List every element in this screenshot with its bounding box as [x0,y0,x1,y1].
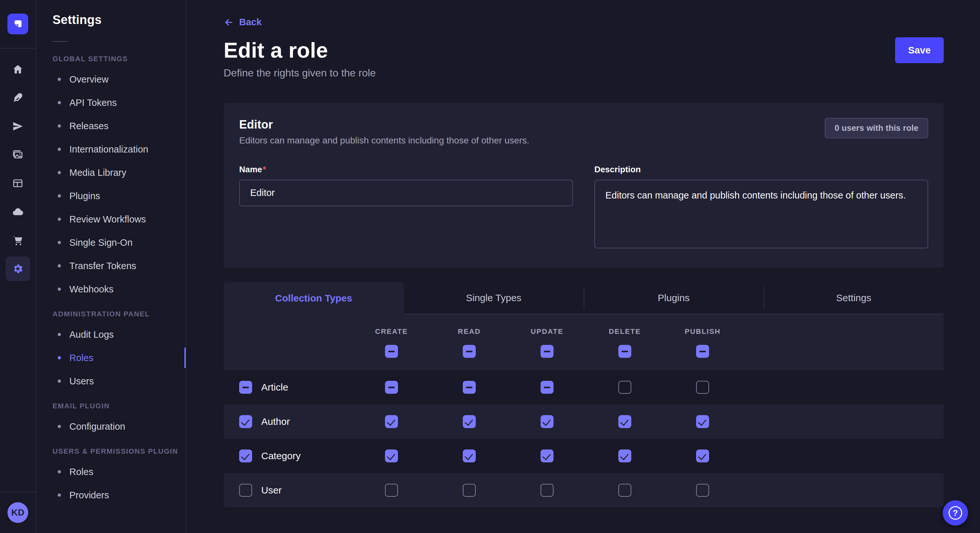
sidebar-item-webhooks[interactable]: Webhooks [52,278,186,301]
permissions-tabs: Collection Types Single Types Plugins Se… [224,282,944,314]
checkbox-user-publish[interactable] [696,484,709,497]
layout-panel-icon[interactable] [5,171,30,195]
master-checkbox-read[interactable] [463,345,476,358]
bullet-icon [58,241,61,244]
sidebar-item-overview[interactable]: Overview [52,68,186,91]
checkbox-article-create[interactable] [385,381,398,394]
checkbox-author-publish[interactable] [696,415,709,428]
cell-update [508,381,586,394]
section-users-permissions-plugin: USERS & PERMISSIONS PLUGIN Roles Provide… [52,447,186,507]
sidebar-item-label: Releases [69,121,108,132]
checkbox-category-delete[interactable] [618,449,631,462]
home-icon[interactable] [5,57,30,82]
column-read: READ [430,327,508,358]
table-row-category: Category [224,439,944,473]
media-images-icon[interactable] [5,143,30,167]
sidebar-item-single-sign-on[interactable]: Single Sign-On [52,231,186,254]
sidebar-item-label: Providers [69,490,109,501]
checkbox-category-publish[interactable] [696,449,709,462]
role-name-input[interactable] [239,180,573,206]
sidebar-item-releases[interactable]: Releases [52,114,186,138]
row-checkbox-article[interactable] [239,381,252,394]
permissions-section: Collection Types Single Types Plugins Se… [224,282,944,508]
master-checkbox-publish[interactable] [696,345,709,358]
sidebar-item-up-roles[interactable]: Roles [52,460,186,484]
sidebar-item-audit-logs[interactable]: Audit Logs [52,323,186,346]
checkbox-user-update[interactable] [541,484,554,497]
save-button[interactable]: Save [895,37,944,63]
name-field-label: Name* [239,165,573,174]
checkbox-article-delete[interactable] [618,381,631,394]
row-checkbox-author[interactable] [239,415,252,428]
column-label: PUBLISH [685,327,721,336]
cell-publish [664,449,741,462]
sidebar-item-roles-active[interactable]: Roles [52,346,186,370]
section-label: ADMINISTRATION PANEL [52,310,186,318]
checkbox-user-delete[interactable] [618,484,631,497]
checkbox-author-update[interactable] [541,415,554,428]
sidebar-item-label: Single Sign-On [69,237,132,248]
checkbox-article-read[interactable] [463,381,476,394]
tab-collection-types[interactable]: Collection Types [224,282,404,314]
master-checkbox-delete[interactable] [618,345,631,358]
sidebar-item-label: Roles [69,466,93,477]
sidebar-item-api-tokens[interactable]: API Tokens [52,91,186,114]
cell-read [430,449,508,462]
sidebar-item-internationalization[interactable]: Internationalization [52,138,186,161]
checkbox-article-update[interactable] [541,381,554,394]
permissions-table: CREATE READ UPDATE DELETE PUBLISH [224,314,944,508]
checkbox-category-read[interactable] [463,449,476,462]
sidebar-item-label: Internationalization [69,144,148,155]
sidebar-item-label: Media Library [69,167,126,178]
sidebar-item-plugins[interactable]: Plugins [52,184,186,208]
sidebar-item-providers[interactable]: Providers [52,484,186,507]
users-with-role-badge: 0 users with this role [825,118,928,138]
row-label: Category [261,451,301,462]
column-label: UPDATE [531,327,563,336]
help-button[interactable]: ? [943,500,968,525]
checkbox-user-create[interactable] [385,484,398,497]
master-checkbox-update[interactable] [541,345,554,358]
user-avatar[interactable]: KD [8,502,28,523]
checkbox-author-delete[interactable] [618,415,631,428]
back-link[interactable]: Back [224,17,261,27]
cloud-icon[interactable] [5,200,30,224]
checkbox-user-read[interactable] [463,484,476,497]
shopping-cart-icon[interactable] [5,228,30,252]
sidebar-item-transfer-tokens[interactable]: Transfer Tokens [52,254,186,278]
checkbox-article-publish[interactable] [696,381,709,394]
row-checkbox-user[interactable] [239,484,252,497]
table-row-author: Author [224,405,944,439]
settings-gear-icon[interactable] [5,257,30,281]
sidebar-item-review-workflows[interactable]: Review Workflows [52,208,186,231]
cell-delete [586,484,664,497]
arrow-left-icon [224,17,234,27]
logo-area [0,0,36,49]
sidebar-item-configuration[interactable]: Configuration [52,415,186,438]
role-card-header: Editor Editors can manage and publish co… [239,118,928,146]
cell-read [430,381,508,394]
cell-read [430,415,508,428]
tab-settings[interactable]: Settings [764,282,944,314]
checkbox-category-create[interactable] [385,449,398,462]
section-global-settings: GLOBAL SETTINGS Overview API Tokens Rele… [52,55,186,301]
sidebar-item-media-library[interactable]: Media Library [52,161,186,184]
checkbox-author-create[interactable] [385,415,398,428]
row-label: Author [261,416,290,427]
bullet-icon [58,379,61,383]
bullet-icon [58,101,61,104]
role-description-textarea[interactable]: Editors can manage and publish contents … [594,180,928,248]
feather-icon[interactable] [5,86,30,110]
app-logo[interactable] [8,14,28,34]
cell-delete [586,415,664,428]
sidebar-title-divider [52,41,68,42]
row-checkbox-category[interactable] [239,449,252,462]
checkbox-author-read[interactable] [463,415,476,428]
role-info-card: Editor Editors can manage and publish co… [224,103,944,268]
tab-plugins[interactable]: Plugins [584,282,764,314]
sidebar-item-users[interactable]: Users [52,370,186,393]
checkbox-category-update[interactable] [541,449,554,462]
paper-plane-icon[interactable] [5,114,30,139]
master-checkbox-create[interactable] [385,345,398,358]
tab-single-types[interactable]: Single Types [404,282,584,314]
